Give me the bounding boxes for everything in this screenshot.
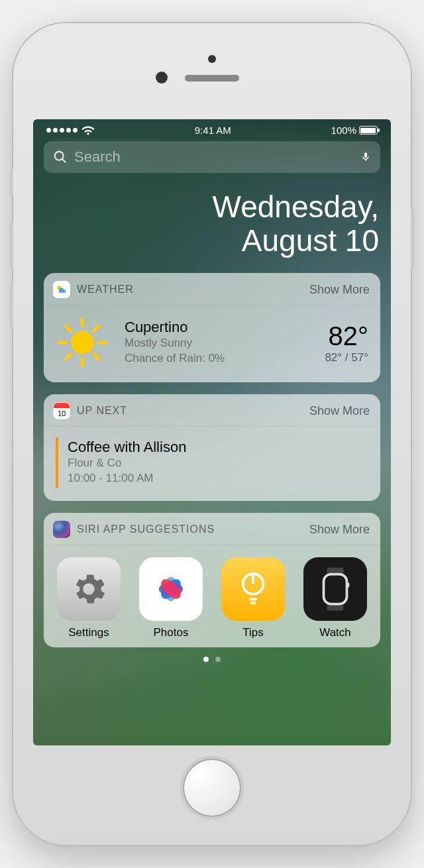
calendar-event[interactable]: Coffee with Allison Flour & Co 10:00 - 1… [56, 437, 368, 488]
weather-app-icon [53, 281, 70, 298]
siri-title: SIRI APP SUGGESTIONS [77, 523, 215, 535]
photos-icon [139, 557, 203, 621]
weather-temp: 82° [325, 321, 368, 351]
search-icon [53, 150, 68, 164]
date-line-1: Wednesday, [44, 190, 379, 224]
svg-point-3 [71, 331, 94, 354]
tips-icon [221, 557, 285, 621]
app-label: Tips [242, 626, 264, 639]
today-view-screen: 9:41 AM 100% Search Wednesday, August 10 [33, 119, 391, 745]
event-time: 10:00 - 11:00 AM [68, 471, 368, 486]
event-title: Coffee with Allison [68, 439, 368, 456]
svg-line-1 [62, 159, 66, 163]
app-photos[interactable]: Photos [135, 557, 207, 639]
svg-point-0 [55, 152, 64, 160]
app-label: Watch [319, 626, 351, 639]
svg-rect-26 [324, 574, 347, 604]
weather-range: 82° / 57° [325, 351, 368, 364]
date-header: Wednesday, August 10 [44, 173, 380, 273]
svg-line-11 [66, 354, 71, 360]
siri-suggestions-widget: SIRI APP SUGGESTIONS Show More Settings [44, 513, 380, 647]
weather-condition: Mostly Sunny [125, 336, 325, 351]
signal-icon [46, 128, 78, 133]
watch-icon [303, 557, 367, 621]
up-next-title: UP NEXT [77, 405, 127, 417]
svg-line-10 [94, 326, 99, 331]
app-settings[interactable]: Settings [53, 557, 125, 639]
siri-icon [53, 521, 70, 538]
phone-frame: 9:41 AM 100% Search Wednesday, August 10 [13, 23, 411, 845]
status-bar: 9:41 AM 100% [44, 119, 380, 138]
svg-line-8 [66, 326, 71, 331]
sunny-icon [56, 316, 109, 369]
page-indicator[interactable] [44, 654, 380, 665]
weather-show-more[interactable]: Show More [309, 283, 370, 297]
settings-icon [57, 557, 121, 621]
search-placeholder: Search [74, 148, 354, 166]
svg-rect-27 [347, 582, 350, 588]
event-location: Flour & Co [68, 456, 368, 471]
app-watch[interactable]: Watch [299, 557, 371, 639]
app-label: Settings [68, 626, 109, 639]
svg-line-9 [94, 354, 99, 360]
date-line-2: August 10 [44, 224, 379, 258]
battery-indicator: 100% [331, 125, 378, 136]
weather-widget[interactable]: WEATHER Show More Cupertino Mostly Sunny [44, 273, 380, 382]
calendar-app-icon: 10 [53, 402, 70, 419]
up-next-widget[interactable]: 10 UP NEXT Show More Coffee with Allison… [44, 394, 380, 501]
siri-show-more[interactable]: Show More [309, 523, 370, 537]
search-input[interactable]: Search [44, 141, 380, 173]
app-tips[interactable]: Tips [217, 557, 289, 639]
app-label: Photos [154, 626, 189, 639]
weather-rain: Chance of Rain: 0% [125, 351, 325, 366]
battery-pct: 100% [331, 125, 356, 136]
wifi-icon [81, 126, 95, 135]
weather-location: Cupertino [125, 319, 325, 336]
mic-icon[interactable] [360, 152, 371, 162]
status-time: 9:41 AM [195, 125, 231, 136]
weather-widget-title: WEATHER [77, 284, 134, 296]
home-button[interactable] [180, 756, 244, 820]
up-next-show-more[interactable]: Show More [309, 404, 370, 418]
